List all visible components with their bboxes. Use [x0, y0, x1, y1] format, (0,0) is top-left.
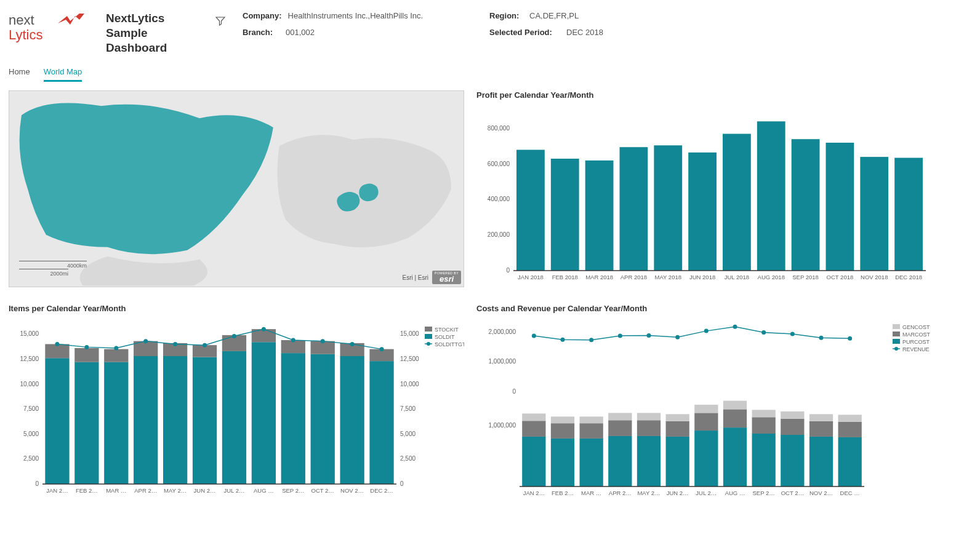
- svg-rect-135: [637, 436, 661, 486]
- svg-rect-149: [723, 401, 747, 410]
- svg-rect-10: [551, 159, 579, 271]
- svg-rect-139: [666, 437, 689, 486]
- svg-rect-153: [752, 410, 776, 418]
- svg-point-89: [232, 334, 236, 338]
- svg-text:400,000: 400,000: [488, 196, 510, 203]
- svg-text:2,500: 2,500: [23, 456, 39, 463]
- header: next Lytics NextLytics Sample Dashboard …: [9, 5, 971, 58]
- svg-rect-124: [551, 423, 574, 439]
- svg-rect-161: [809, 415, 833, 421]
- svg-rect-98: [425, 334, 432, 339]
- svg-point-107: [532, 334, 536, 338]
- svg-text:OCT 2…: OCT 2…: [781, 490, 804, 496]
- items-chart[interactable]: 002,5002,5005,0005,0007,5007,50010,00010…: [9, 318, 464, 505]
- svg-text:NOV 2…: NOV 2…: [340, 487, 364, 494]
- svg-point-111: [647, 333, 651, 338]
- tab-home[interactable]: Home: [9, 67, 30, 82]
- filter-icon[interactable]: [215, 11, 225, 28]
- svg-rect-16: [654, 146, 682, 271]
- map-scalebar: 4000km 2000mi: [19, 261, 87, 277]
- svg-rect-163: [838, 437, 862, 486]
- svg-rect-47: [45, 359, 69, 485]
- svg-rect-152: [752, 418, 776, 434]
- profit-chart[interactable]: 0200,000400,000600,000800,000JAN 2018FEB…: [476, 105, 932, 292]
- svg-rect-50: [74, 362, 98, 484]
- svg-text:NOV 2018: NOV 2018: [861, 274, 888, 280]
- svg-point-109: [589, 338, 593, 342]
- profit-title: Profit per Calendar Year/Month: [476, 90, 932, 100]
- map-panel: 4000km 2000mi Esri | Esri POWERED BY esr…: [9, 90, 464, 292]
- costs-chart[interactable]: 01,000,0002,000,0001,000,000JAN 2…FEB 2……: [476, 318, 932, 505]
- svg-text:AUG …: AUG …: [725, 490, 745, 496]
- svg-text:AUG 2018: AUG 2018: [758, 274, 785, 280]
- svg-rect-26: [826, 143, 854, 271]
- svg-rect-148: [723, 410, 747, 428]
- svg-rect-18: [688, 153, 717, 271]
- company-value: HealthInstruments Inc.,HealthPills Inc.: [288, 11, 424, 20]
- svg-text:12,500: 12,500: [20, 355, 39, 362]
- svg-text:SEP 2…: SEP 2…: [282, 487, 304, 494]
- svg-text:FEB 2018: FEB 2018: [552, 274, 578, 280]
- svg-rect-137: [637, 413, 661, 421]
- region-value: CA,DE,FR,PL: [529, 11, 579, 20]
- svg-text:SOLDIT: SOLDIT: [435, 334, 455, 340]
- svg-point-108: [561, 338, 565, 342]
- tab-bar: Home World Map: [9, 58, 971, 82]
- svg-text:DEC 2018: DEC 2018: [895, 274, 922, 280]
- svg-rect-168: [893, 324, 900, 329]
- svg-text:15,000: 15,000: [20, 331, 39, 338]
- attribution-text: Esri | Esri: [402, 274, 428, 281]
- svg-rect-62: [193, 357, 217, 484]
- svg-point-112: [675, 335, 680, 339]
- svg-rect-165: [838, 415, 862, 422]
- svg-rect-131: [608, 436, 632, 486]
- branch-label: Branch:: [243, 28, 279, 37]
- svg-text:JUL 2…: JUL 2…: [223, 487, 244, 494]
- svg-text:1,000,000: 1,000,000: [489, 422, 516, 429]
- svg-point-116: [790, 332, 795, 336]
- svg-text:MAY 2…: MAY 2…: [164, 487, 187, 494]
- svg-point-118: [848, 336, 852, 341]
- svg-text:GENCOST: GENCOST: [902, 324, 930, 330]
- svg-rect-14: [620, 147, 648, 271]
- svg-rect-160: [809, 421, 833, 437]
- svg-rect-12: [585, 161, 614, 271]
- tab-world-map[interactable]: World Map: [44, 67, 82, 82]
- svg-rect-24: [792, 139, 820, 271]
- svg-rect-151: [752, 434, 776, 486]
- svg-text:SOLDITTGT: SOLDITTGT: [435, 341, 464, 347]
- svg-text:0: 0: [35, 480, 39, 487]
- svg-text:MAY 2…: MAY 2…: [637, 490, 660, 496]
- svg-text:JAN 2…: JAN 2…: [523, 490, 545, 496]
- svg-rect-71: [281, 353, 305, 484]
- svg-text:JAN 2018: JAN 2018: [518, 274, 544, 280]
- svg-rect-141: [666, 415, 689, 421]
- svg-rect-128: [580, 423, 603, 439]
- svg-text:SEP 2018: SEP 2018: [792, 274, 819, 280]
- svg-rect-20: [723, 134, 751, 271]
- svg-rect-127: [580, 439, 603, 486]
- filter-summary-right: Region: CA,DE,FR,PL Selected Period: DEC…: [489, 11, 603, 37]
- svg-text:JUN 2…: JUN 2…: [194, 487, 216, 494]
- svg-rect-22: [757, 122, 785, 271]
- map-attribution: Esri | Esri POWERED BY esri: [402, 271, 461, 284]
- svg-text:10,000: 10,000: [400, 381, 419, 387]
- svg-rect-51: [74, 348, 98, 362]
- svg-text:MAR …: MAR …: [106, 487, 126, 494]
- svg-text:12,500: 12,500: [400, 355, 419, 362]
- svg-point-91: [291, 338, 295, 343]
- svg-point-90: [262, 327, 266, 332]
- svg-text:600,000: 600,000: [488, 161, 510, 167]
- svg-point-113: [704, 329, 709, 333]
- svg-rect-125: [551, 417, 574, 424]
- svg-text:0: 0: [400, 480, 404, 487]
- region-label: Region:: [489, 11, 523, 20]
- svg-rect-132: [608, 420, 632, 436]
- svg-text:2,000,000: 2,000,000: [489, 328, 516, 335]
- svg-rect-172: [893, 339, 900, 344]
- svg-rect-30: [894, 158, 923, 271]
- esri-logo: esri: [440, 275, 454, 283]
- svg-rect-123: [551, 439, 574, 486]
- period-value: DEC 2018: [566, 28, 603, 37]
- world-map[interactable]: 4000km 2000mi Esri | Esri POWERED BY esr…: [9, 90, 464, 287]
